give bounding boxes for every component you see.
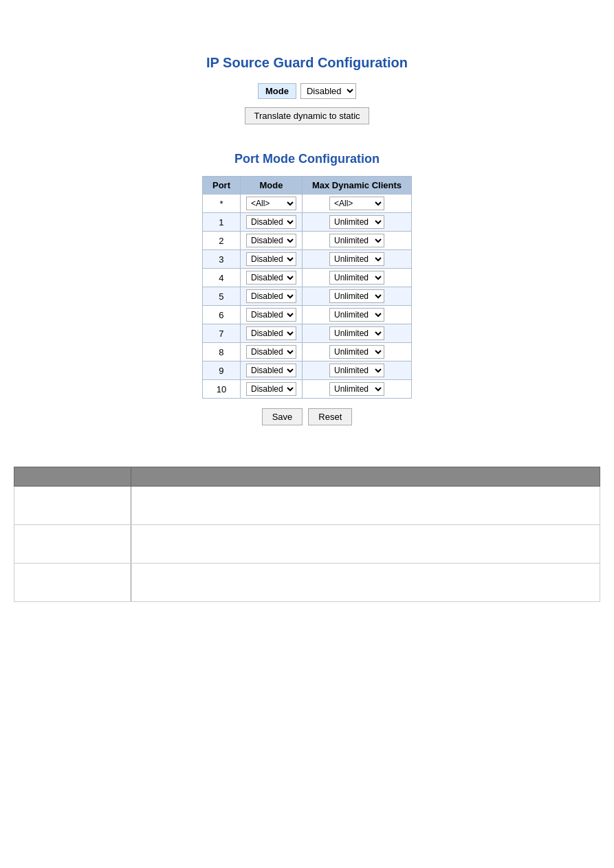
mode-cell: DisabledEnabled <box>240 269 302 287</box>
clients-row-select[interactable]: Unlimited1248163264128256 <box>329 271 384 285</box>
mode-select[interactable]: Disabled Enabled <box>300 83 356 99</box>
clients-row-select[interactable]: Unlimited1248163264128256 <box>329 215 384 229</box>
col-header-mode: Mode <box>240 177 302 194</box>
mode-cell: DisabledEnabled <box>240 250 302 269</box>
port-cell: 5 <box>202 287 240 306</box>
port-cell: 9 <box>202 361 240 380</box>
clients-cell: Unlimited1248163264128256 <box>302 361 411 380</box>
mode-cell: DisabledEnabled <box>240 361 302 380</box>
save-button[interactable]: Save <box>262 408 303 425</box>
port-cell: 2 <box>202 232 240 250</box>
clients-cell: Unlimited1248163264128256 <box>302 343 411 361</box>
all-row: * <All> Disabled Enabled <All> Unlimited… <box>202 194 411 213</box>
ref-row-2-col2 <box>131 525 600 564</box>
port-mode-title: Port Mode Configuration <box>234 152 380 166</box>
mode-row-select[interactable]: DisabledEnabled <box>246 271 296 285</box>
ref-row-1-col2 <box>131 487 600 525</box>
port-mode-table: Port Mode Max Dynamic Clients * <All> Di… <box>202 176 412 399</box>
mode-row-select[interactable]: DisabledEnabled <box>246 345 296 359</box>
translate-dynamic-button[interactable]: Translate dynamic to static <box>245 107 369 124</box>
table-row: 7DisabledEnabledUnlimited124816326412825… <box>202 324 411 343</box>
mode-cell: DisabledEnabled <box>240 343 302 361</box>
clients-row-select[interactable]: Unlimited1248163264128256 <box>329 308 384 322</box>
mode-row-select[interactable]: DisabledEnabled <box>246 234 296 247</box>
top-section: IP Source Guard Configuration Mode Disab… <box>0 14 614 138</box>
clients-cell: Unlimited1248163264128256 <box>302 269 411 287</box>
mode-cell: DisabledEnabled <box>240 380 302 399</box>
clients-row-select[interactable]: Unlimited1248163264128256 <box>329 382 384 396</box>
ref-table <box>14 467 600 602</box>
ref-row-2 <box>14 525 600 564</box>
clients-row-select[interactable]: Unlimited1248163264128256 <box>329 364 384 377</box>
table-row: 4DisabledEnabledUnlimited124816326412825… <box>202 269 411 287</box>
ref-row-1-col1 <box>14 487 131 525</box>
clients-row-select[interactable]: Unlimited1248163264128256 <box>329 345 384 359</box>
ref-row-3-col2 <box>131 564 600 602</box>
clients-row-select[interactable]: Unlimited1248163264128256 <box>329 289 384 303</box>
table-row: 1DisabledEnabledUnlimited124816326412825… <box>202 213 411 232</box>
mode-cell: DisabledEnabled <box>240 306 302 324</box>
mode-row-select[interactable]: DisabledEnabled <box>246 289 296 303</box>
ref-row-3 <box>14 564 600 602</box>
table-row: 5DisabledEnabledUnlimited124816326412825… <box>202 287 411 306</box>
col-header-max-clients: Max Dynamic Clients <box>302 177 411 194</box>
ref-table-wrapper <box>0 467 614 602</box>
mode-row-select[interactable]: DisabledEnabled <box>246 326 296 340</box>
clients-row-select[interactable]: Unlimited1248163264128256 <box>329 252 384 266</box>
page-title: IP Source Guard Configuration <box>206 55 408 71</box>
mode-row-select[interactable]: DisabledEnabled <box>246 364 296 377</box>
table-row: 3DisabledEnabledUnlimited124816326412825… <box>202 250 411 269</box>
clients-cell: Unlimited1248163264128256 <box>302 250 411 269</box>
all-mode-cell: <All> Disabled Enabled <box>240 194 302 213</box>
clients-cell: Unlimited1248163264128256 <box>302 306 411 324</box>
table-row: 8DisabledEnabledUnlimited124816326412825… <box>202 343 411 361</box>
port-section: Port Mode Configuration Port Mode Max Dy… <box>0 152 614 425</box>
port-cell: 6 <box>202 306 240 324</box>
mode-label: Mode <box>258 83 296 99</box>
table-row: 10DisabledEnabledUnlimited12481632641282… <box>202 380 411 399</box>
all-clients-cell: <All> Unlimited 1 2 4 8 <box>302 194 411 213</box>
reset-button[interactable]: Reset <box>308 408 352 425</box>
all-port-cell: * <box>202 194 240 213</box>
ref-col2-header <box>131 467 600 487</box>
clients-row-select[interactable]: Unlimited1248163264128256 <box>329 326 384 340</box>
mode-cell: DisabledEnabled <box>240 324 302 343</box>
clients-cell: Unlimited1248163264128256 <box>302 380 411 399</box>
port-cell: 1 <box>202 213 240 232</box>
table-row: 6DisabledEnabledUnlimited124816326412825… <box>202 306 411 324</box>
ref-row-2-col1 <box>14 525 131 564</box>
clients-cell: Unlimited1248163264128256 <box>302 232 411 250</box>
mode-row-select[interactable]: DisabledEnabled <box>246 215 296 229</box>
mode-row: Mode Disabled Enabled <box>258 83 356 99</box>
port-cell: 3 <box>202 250 240 269</box>
clients-cell: Unlimited1248163264128256 <box>302 213 411 232</box>
clients-row-select[interactable]: Unlimited1248163264128256 <box>329 234 384 247</box>
ref-row-3-col1 <box>14 564 131 602</box>
port-cell: 4 <box>202 269 240 287</box>
mode-row-select[interactable]: DisabledEnabled <box>246 252 296 266</box>
all-mode-select[interactable]: <All> Disabled Enabled <box>246 197 296 210</box>
mode-row-select[interactable]: DisabledEnabled <box>246 308 296 322</box>
table-row: 2DisabledEnabledUnlimited124816326412825… <box>202 232 411 250</box>
all-clients-select[interactable]: <All> Unlimited 1 2 4 8 <box>329 197 384 210</box>
port-cell: 10 <box>202 380 240 399</box>
mode-cell: DisabledEnabled <box>240 287 302 306</box>
table-row: 9DisabledEnabledUnlimited124816326412825… <box>202 361 411 380</box>
action-row: Save Reset <box>262 408 353 425</box>
mode-cell: DisabledEnabled <box>240 232 302 250</box>
ref-col1-header <box>14 467 131 487</box>
clients-cell: Unlimited1248163264128256 <box>302 324 411 343</box>
col-header-port: Port <box>202 177 240 194</box>
mode-cell: DisabledEnabled <box>240 213 302 232</box>
mode-row-select[interactable]: DisabledEnabled <box>246 382 296 396</box>
port-cell: 8 <box>202 343 240 361</box>
port-cell: 7 <box>202 324 240 343</box>
ref-row-1 <box>14 487 600 525</box>
clients-cell: Unlimited1248163264128256 <box>302 287 411 306</box>
